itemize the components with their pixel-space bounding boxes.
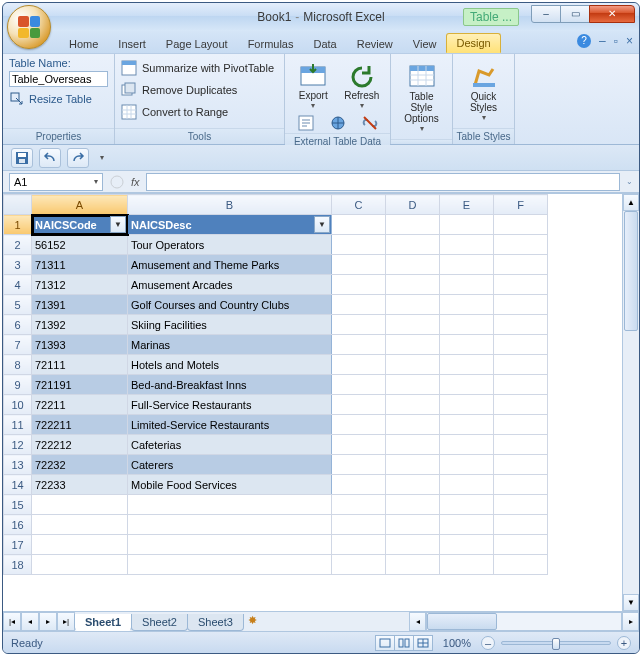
cell[interactable] [332, 475, 386, 495]
open-in-browser-icon[interactable] [330, 115, 346, 131]
row-header[interactable]: 14 [4, 475, 32, 495]
cell[interactable] [440, 435, 494, 455]
formula-bar[interactable] [146, 173, 620, 191]
cells-grid[interactable]: ABCDEF1NAICSCode▼NAICSDesc▼256152Tour Op… [3, 194, 622, 611]
new-sheet-button[interactable]: ✸ [244, 612, 262, 631]
scroll-right-button[interactable]: ▸ [622, 612, 639, 631]
window-minimize-button[interactable]: – [531, 5, 561, 23]
tab-nav-last[interactable]: ▸| [57, 612, 75, 631]
cell[interactable] [332, 555, 386, 575]
filter-dropdown-button[interactable]: ▼ [110, 216, 126, 233]
unlink-icon[interactable] [362, 115, 378, 131]
zoom-out-button[interactable]: – [481, 636, 495, 650]
cell[interactable]: 72211 [32, 395, 128, 415]
select-all-corner[interactable] [4, 195, 32, 215]
cell[interactable]: Caterers [128, 455, 332, 475]
row-header[interactable]: 17 [4, 535, 32, 555]
refresh-button[interactable]: Refresh▾ [340, 57, 385, 115]
expand-formula-bar-icon[interactable]: ⌄ [626, 177, 633, 186]
cell[interactable] [332, 455, 386, 475]
cell[interactable] [494, 415, 548, 435]
scroll-up-button[interactable]: ▲ [623, 194, 639, 211]
cell[interactable]: 722211 [32, 415, 128, 435]
cell[interactable] [494, 375, 548, 395]
cell[interactable] [332, 435, 386, 455]
cell[interactable]: Amusement Arcades [128, 275, 332, 295]
cell[interactable] [32, 515, 128, 535]
cell[interactable] [332, 495, 386, 515]
cell[interactable] [386, 375, 440, 395]
cell[interactable] [386, 515, 440, 535]
view-normal-button[interactable] [375, 635, 395, 651]
cell[interactable] [440, 375, 494, 395]
cell[interactable] [332, 515, 386, 535]
cell[interactable] [332, 415, 386, 435]
cell[interactable]: 722212 [32, 435, 128, 455]
row-header[interactable]: 7 [4, 335, 32, 355]
cell[interactable]: NAICSDesc▼ [128, 215, 332, 235]
row-header[interactable]: 13 [4, 455, 32, 475]
resize-table-button[interactable]: Resize Table [9, 91, 108, 107]
cell[interactable] [386, 335, 440, 355]
cell[interactable]: 71311 [32, 255, 128, 275]
cell[interactable] [494, 435, 548, 455]
cell[interactable] [332, 335, 386, 355]
column-header[interactable]: F [494, 195, 548, 215]
cell[interactable] [386, 255, 440, 275]
cell[interactable]: Hotels and Motels [128, 355, 332, 375]
cell[interactable] [128, 535, 332, 555]
cell[interactable] [332, 535, 386, 555]
cell[interactable] [494, 335, 548, 355]
scrollbar-thumb[interactable] [624, 211, 638, 331]
row-header[interactable]: 16 [4, 515, 32, 535]
cell[interactable] [440, 535, 494, 555]
cell[interactable] [494, 295, 548, 315]
cell[interactable] [494, 515, 548, 535]
cell[interactable] [386, 415, 440, 435]
cell[interactable] [386, 535, 440, 555]
scroll-left-button[interactable]: ◂ [409, 612, 426, 631]
cell[interactable] [386, 495, 440, 515]
cell[interactable] [332, 215, 386, 235]
summarize-pivot-button[interactable]: Summarize with PivotTable [121, 57, 278, 79]
cell[interactable]: Marinas [128, 335, 332, 355]
cancel-formula-icon[interactable] [109, 174, 125, 190]
cell[interactable] [32, 555, 128, 575]
cell[interactable]: Mobile Food Services [128, 475, 332, 495]
tab-nav-next[interactable]: ▸ [39, 612, 57, 631]
cell[interactable] [494, 355, 548, 375]
row-header[interactable]: 15 [4, 495, 32, 515]
cell[interactable] [332, 375, 386, 395]
cell[interactable] [32, 535, 128, 555]
column-header[interactable]: C [332, 195, 386, 215]
table-style-options-button[interactable]: Table Style Options▾ [397, 58, 446, 138]
cell[interactable] [494, 215, 548, 235]
cell[interactable] [386, 355, 440, 375]
cell[interactable] [440, 455, 494, 475]
cell[interactable] [386, 315, 440, 335]
remove-duplicates-button[interactable]: Remove Duplicates [121, 79, 278, 101]
cell[interactable] [440, 555, 494, 575]
column-header[interactable]: D [386, 195, 440, 215]
column-header[interactable]: A [32, 195, 128, 215]
cell[interactable]: 721191 [32, 375, 128, 395]
ribbon-minimize-icon[interactable]: – [599, 34, 606, 48]
ribbon-tab-insert[interactable]: Insert [108, 34, 156, 53]
convert-to-range-button[interactable]: Convert to Range [121, 101, 278, 123]
cell[interactable] [386, 555, 440, 575]
vertical-scrollbar[interactable]: ▲ ▼ [622, 194, 639, 611]
cell[interactable] [494, 315, 548, 335]
view-page-layout-button[interactable] [394, 635, 414, 651]
cell[interactable]: 56152 [32, 235, 128, 255]
cell[interactable]: Tour Operators [128, 235, 332, 255]
cell[interactable]: Full-Service Restaurants [128, 395, 332, 415]
row-header[interactable]: 8 [4, 355, 32, 375]
cell[interactable] [332, 295, 386, 315]
row-header[interactable]: 5 [4, 295, 32, 315]
cell[interactable] [494, 555, 548, 575]
zoom-in-button[interactable]: + [617, 636, 631, 650]
ribbon-tab-home[interactable]: Home [59, 34, 108, 53]
filter-dropdown-button[interactable]: ▼ [314, 216, 330, 233]
cell[interactable] [494, 475, 548, 495]
cell[interactable]: 72233 [32, 475, 128, 495]
